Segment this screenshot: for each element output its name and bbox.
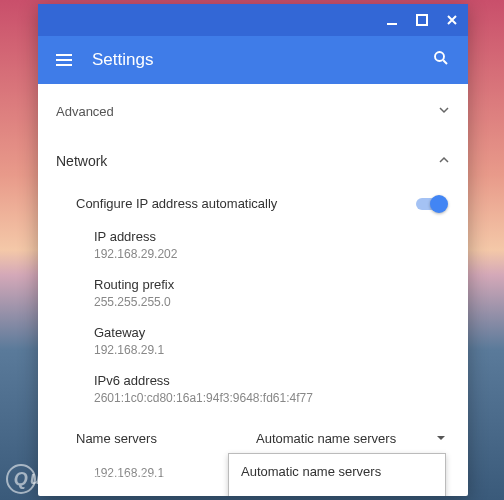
name-servers-dropdown: Automatic name servers Google name serve… bbox=[228, 453, 446, 496]
svg-rect-0 bbox=[387, 23, 397, 25]
name-servers-row: Name servers Automatic name servers Auto… bbox=[56, 413, 450, 456]
prefix-label: Routing prefix bbox=[94, 277, 450, 292]
svg-point-2 bbox=[435, 52, 444, 61]
chevron-down-icon bbox=[438, 102, 450, 120]
gateway-value: 192.168.29.1 bbox=[94, 343, 450, 357]
maximize-button[interactable] bbox=[414, 12, 430, 28]
app-header: Settings bbox=[38, 36, 468, 84]
dropdown-option-automatic[interactable]: Automatic name servers bbox=[229, 454, 445, 489]
search-icon[interactable] bbox=[432, 49, 450, 71]
window-titlebar bbox=[38, 4, 468, 36]
network-section[interactable]: Network bbox=[56, 134, 450, 184]
prefix-value: 255.255.255.0 bbox=[94, 295, 450, 309]
dropdown-option-google[interactable]: Google name servers bbox=[229, 489, 445, 496]
auto-ip-toggle[interactable] bbox=[416, 198, 446, 210]
ipv6-label: IPv6 address bbox=[94, 373, 450, 388]
gateway-label: Gateway bbox=[94, 325, 450, 340]
advanced-label: Advanced bbox=[56, 104, 114, 119]
network-label: Network bbox=[56, 153, 107, 169]
menu-icon[interactable] bbox=[56, 54, 72, 66]
ipv6-field: IPv6 address 2601:1c0:cd80:16a1:94f3:964… bbox=[56, 365, 450, 413]
minimize-button[interactable] bbox=[384, 12, 400, 28]
gateway-field: Gateway 192.168.29.1 bbox=[56, 317, 450, 365]
dropdown-arrow-icon bbox=[436, 431, 446, 446]
ip-label: IP address bbox=[94, 229, 450, 244]
page-title: Settings bbox=[92, 50, 432, 70]
auto-ip-label: Configure IP address automatically bbox=[76, 196, 277, 211]
watermark-text: uantrimang.com bbox=[30, 468, 177, 488]
watermark: Quantrimang.com bbox=[6, 464, 177, 494]
ip-value: 192.168.29.202 bbox=[94, 247, 450, 261]
name-servers-label: Name servers bbox=[76, 431, 256, 446]
close-button[interactable] bbox=[444, 12, 460, 28]
settings-window: Settings Advanced Network Configure IP a… bbox=[38, 4, 468, 496]
chevron-up-icon bbox=[438, 152, 450, 170]
svg-line-3 bbox=[443, 60, 447, 64]
advanced-section[interactable]: Advanced bbox=[56, 84, 450, 134]
ipv6-value: 2601:1c0:cd80:16a1:94f3:9648:fd61:4f77 bbox=[94, 391, 450, 405]
auto-ip-row: Configure IP address automatically bbox=[56, 184, 450, 221]
name-servers-select[interactable]: Automatic name servers bbox=[256, 427, 446, 450]
ip-address-field: IP address 192.168.29.202 bbox=[56, 221, 450, 269]
svg-rect-1 bbox=[417, 15, 427, 25]
name-servers-selected: Automatic name servers bbox=[256, 431, 396, 446]
content-area: Advanced Network Configure IP address au… bbox=[38, 84, 468, 496]
routing-prefix-field: Routing prefix 255.255.255.0 bbox=[56, 269, 450, 317]
